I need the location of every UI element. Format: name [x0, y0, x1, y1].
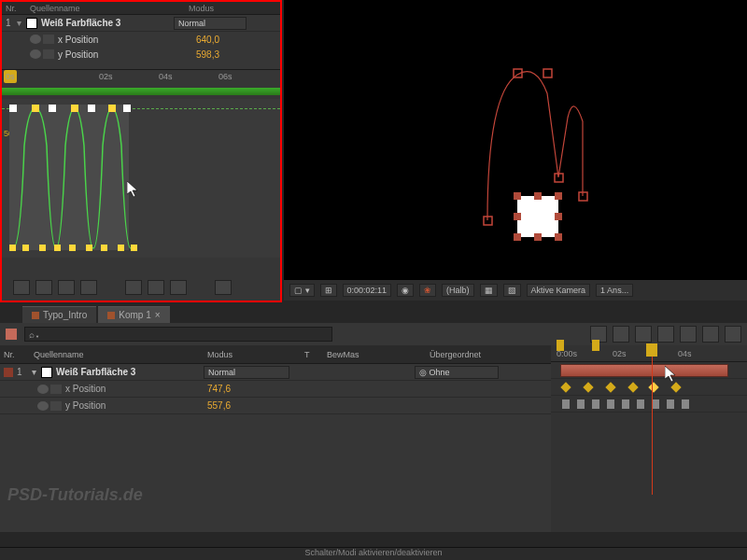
layer-color-swatch[interactable] — [26, 18, 37, 29]
graph-icon[interactable] — [50, 385, 62, 394]
motion-blur-icon[interactable] — [657, 326, 674, 343]
parent-select[interactable]: ◎ Ohne — [415, 366, 499, 379]
ease-in-icon[interactable] — [148, 280, 164, 295]
tick-label: 0s — [6, 72, 15, 81]
magnet-icon[interactable] — [80, 280, 97, 295]
draft3d-icon[interactable] — [613, 326, 629, 343]
keyframe[interactable] — [583, 382, 593, 392]
header-source-name: Quellenname — [30, 4, 189, 13]
keyframe-row[interactable] — [551, 379, 747, 396]
graph-icon[interactable] — [50, 401, 62, 411]
hold-keyframe[interactable] — [562, 399, 570, 409]
views-select[interactable]: 1 Ans... — [596, 284, 633, 297]
playhead-line — [652, 345, 653, 495]
brainstorm-icon[interactable] — [680, 326, 697, 343]
y-position-row[interactable]: y Position 598,3 — [2, 47, 280, 62]
x-position-row[interactable]: x Position 640,0 — [2, 32, 280, 47]
resolution-icon[interactable]: ⊞ — [320, 284, 337, 297]
timecode[interactable]: 0:00:02:11 — [343, 284, 392, 297]
transform-handle[interactable] — [514, 233, 521, 241]
layer-number: 1 — [6, 18, 17, 28]
hold-keyframe[interactable] — [607, 399, 614, 409]
autokey-icon[interactable] — [702, 326, 719, 343]
transform-handle[interactable] — [534, 233, 542, 241]
graph-icon[interactable] — [43, 49, 54, 59]
frame-blend-icon[interactable] — [635, 326, 652, 343]
layer-name[interactable]: Weiß Farbfläche 3 — [41, 18, 174, 28]
search-input[interactable]: ⌕▾ — [24, 327, 332, 342]
quality-select[interactable]: (Halb) — [442, 284, 474, 297]
work-area-end[interactable] — [592, 340, 599, 351]
timeline-tracks[interactable]: 0:00s 02s 04s — [551, 345, 747, 532]
blend-mode-select[interactable]: Normal — [204, 366, 289, 379]
close-icon[interactable]: × — [155, 310, 161, 320]
layer-name[interactable]: Weiß Farbfläche 3 — [56, 367, 204, 377]
hdr-t: T — [304, 350, 327, 359]
x-position-row[interactable]: x Position 747,6 — [0, 381, 551, 398]
blend-mode-select[interactable]: Normal — [174, 17, 247, 30]
keyframe[interactable] — [605, 382, 615, 392]
keyframe[interactable] — [670, 382, 681, 392]
keyframe-row[interactable] — [551, 396, 747, 413]
stopwatch-icon[interactable] — [30, 35, 41, 44]
timeline-layer-row[interactable]: 1 ▾ Weiß Farbfläche 3 Normal ◎ Ohne — [0, 364, 551, 381]
graph-editor[interactable]: 500 P — [2, 99, 280, 258]
hdr-name: Quellenname — [34, 350, 207, 359]
graph-editor-icon[interactable] — [725, 326, 741, 343]
prop-y-value[interactable]: 598,3 — [196, 49, 219, 60]
grid-icon[interactable]: ▦ — [480, 284, 498, 297]
timeline-tool-icons — [590, 326, 741, 343]
layer-duration-bar[interactable] — [560, 364, 728, 377]
camera-select[interactable]: Aktive Kamera — [527, 284, 591, 297]
ease-out-icon[interactable] — [170, 280, 187, 295]
hold-keyframe[interactable] — [592, 399, 599, 409]
stopwatch-icon[interactable] — [37, 401, 49, 411]
playhead[interactable] — [646, 343, 657, 357]
prop-x-value[interactable]: 640,0 — [196, 35, 219, 45]
y-position-row[interactable]: y Position 557,6 — [0, 398, 551, 414]
options-icon[interactable] — [215, 280, 232, 295]
layer-color-swatch[interactable] — [41, 367, 52, 378]
color-mgmt-icon[interactable]: ❀ — [419, 284, 436, 297]
top-header-row: Nr. Quellenname Modus — [2, 2, 280, 15]
snap-icon[interactable] — [58, 280, 75, 295]
magnification-select[interactable]: ▢ ▾ — [289, 284, 315, 297]
transform-handle[interactable] — [555, 233, 562, 241]
keyframe[interactable] — [560, 382, 571, 392]
graph-icon[interactable] — [43, 35, 54, 44]
tab-typo-intro[interactable]: Typo_Intro — [22, 306, 96, 323]
tab-komp-1[interactable]: Komp 1 × — [98, 306, 169, 323]
transform-handle[interactable] — [555, 213, 562, 220]
keyframe[interactable] — [627, 382, 638, 392]
stopwatch-icon[interactable] — [37, 385, 49, 394]
transform-handle[interactable] — [534, 192, 542, 200]
layer-bar-row[interactable] — [551, 362, 747, 379]
tick-label: 06s — [218, 72, 233, 81]
transform-handle[interactable] — [514, 213, 521, 220]
fit-icon[interactable] — [125, 280, 142, 295]
mask-icon[interactable]: ▧ — [503, 284, 521, 297]
chevron-down-icon[interactable]: ▾ — [17, 18, 26, 28]
keyframe-selected[interactable] — [648, 382, 658, 392]
hold-keyframe[interactable] — [667, 399, 674, 409]
chevron-down-icon[interactable]: ▾ — [32, 367, 41, 377]
hold-keyframe[interactable] — [652, 399, 659, 409]
svg-rect-14 — [101, 245, 107, 251]
stopwatch-icon[interactable] — [30, 49, 41, 59]
solid-layer[interactable] — [517, 196, 558, 237]
hold-keyframe[interactable] — [682, 399, 689, 409]
snapshot-icon[interactable]: ◉ — [397, 284, 414, 297]
prop-value[interactable]: 557,6 — [207, 400, 231, 411]
top-layer-row[interactable]: 1 ▾ Weiß Farbfläche 3 Normal — [2, 15, 280, 32]
transform-handle[interactable] — [555, 192, 562, 200]
eye-icon[interactable] — [13, 280, 30, 295]
hold-keyframe[interactable] — [577, 399, 585, 409]
graph-type-icon[interactable] — [35, 280, 52, 295]
hold-keyframe[interactable] — [637, 399, 644, 409]
time-ruler[interactable]: 0s 02s 04s 06s — [2, 69, 280, 86]
composition-viewer[interactable] — [284, 0, 747, 280]
hold-keyframe[interactable] — [622, 399, 629, 409]
transform-handle[interactable] — [514, 192, 521, 200]
prop-value[interactable]: 747,6 — [207, 384, 231, 394]
svg-rect-5 — [88, 105, 95, 112]
